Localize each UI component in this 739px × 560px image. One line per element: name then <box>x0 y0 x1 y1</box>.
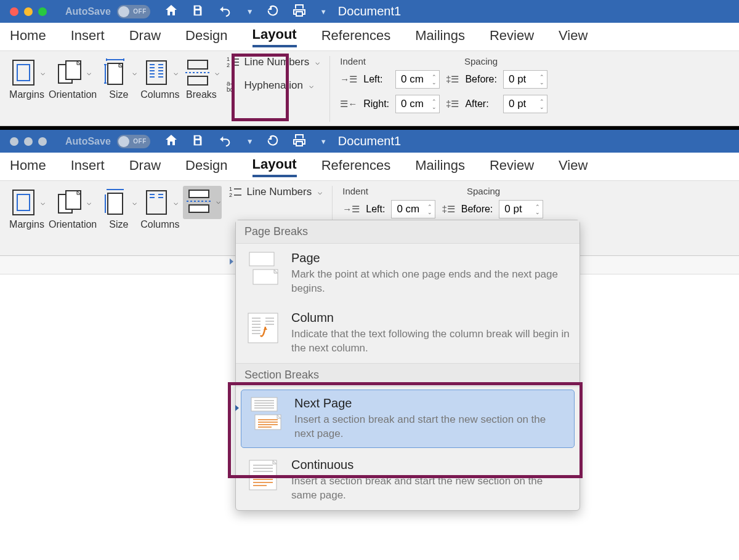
stepper-icon[interactable]: ⌃⌄ <box>535 204 540 215</box>
orientation-button[interactable]: ⌵ Orientation <box>49 186 97 230</box>
autosave-toggle[interactable]: OFF <box>117 5 150 18</box>
tab-insert[interactable]: Insert <box>71 28 105 46</box>
tab-design[interactable]: Design <box>185 28 227 46</box>
spacing-before-input[interactable]: 0 pt⌃⌄ <box>503 70 547 89</box>
line-numbers-button[interactable]: 12 Line Numbers ⌵ <box>227 56 320 68</box>
tab-view[interactable]: View <box>559 28 588 46</box>
tab-insert[interactable]: Insert <box>71 158 105 176</box>
columns-button[interactable]: ⌵ Columns <box>140 56 179 100</box>
undo-dropdown-icon[interactable]: ▼ <box>246 7 254 16</box>
page-break-icon <box>246 251 280 286</box>
orientation-label: Orientation <box>49 219 97 230</box>
print-icon[interactable] <box>292 3 307 20</box>
close-window-button[interactable] <box>10 7 18 16</box>
margins-label: Margins <box>9 219 44 230</box>
tab-references[interactable]: References <box>321 28 391 46</box>
quick-access-toolbar: ▼ ▼ <box>164 3 327 20</box>
orientation-icon <box>55 186 84 219</box>
home-icon[interactable] <box>164 133 179 150</box>
line-numbers-button[interactable]: 12 Line Numbers ⌵ <box>229 186 322 198</box>
indent-right-input[interactable]: 0 cm⌃⌄ <box>395 95 440 113</box>
indent-left-value: 0 cm <box>397 203 419 215</box>
minimize-window-button[interactable] <box>24 137 33 146</box>
svg-rect-44 <box>189 190 209 198</box>
stepper-icon[interactable]: ⌃⌄ <box>432 74 437 85</box>
menu-item-continuous[interactable]: Continuous Insert a section break and st… <box>236 450 579 510</box>
ribbon-tabs: Home Insert Draw Design Layout Reference… <box>0 23 739 51</box>
tab-home[interactable]: Home <box>10 28 46 46</box>
autosave-label: AutoSave <box>65 6 111 17</box>
indent-right-value: 0 cm <box>401 98 424 110</box>
traffic-lights <box>10 7 47 16</box>
spacing-after-input[interactable]: 0 pt⌃⌄ <box>503 95 547 113</box>
chevron-down-icon: ⌵ <box>315 58 320 66</box>
tab-review[interactable]: Review <box>490 28 534 46</box>
indent-left-input[interactable]: 0 cm⌃⌄ <box>391 200 435 218</box>
tab-layout[interactable]: Layout <box>252 26 297 47</box>
autosave-toggle[interactable]: OFF <box>117 135 150 148</box>
orientation-label: Orientation <box>49 89 97 100</box>
close-window-button[interactable] <box>10 137 18 146</box>
current-selection-marker-icon <box>230 258 233 265</box>
tab-layout[interactable]: Layout <box>252 156 297 177</box>
margins-button[interactable]: ⌵ Margins <box>9 56 45 100</box>
stepper-icon[interactable]: ⌃⌄ <box>432 99 437 110</box>
tab-draw[interactable]: Draw <box>129 28 161 46</box>
tab-view[interactable]: View <box>559 158 588 176</box>
spacing-before-value: 0 pt <box>504 203 522 215</box>
breaks-button[interactable]: ⌵ Breaks <box>183 56 219 100</box>
tab-design[interactable]: Design <box>185 158 227 176</box>
breaks-dropdown: Page Breaks Page Mark the point at which… <box>235 220 580 511</box>
menu-item-next-page[interactable]: Next Page Insert a section break and sta… <box>241 390 575 448</box>
save-icon[interactable] <box>191 4 204 20</box>
repeat-icon[interactable] <box>266 4 280 20</box>
customize-qat-icon[interactable]: ▼ <box>320 8 327 15</box>
maximize-window-button[interactable] <box>38 7 47 16</box>
tab-draw[interactable]: Draw <box>129 158 161 176</box>
margins-button[interactable]: ⌵ Margins <box>9 186 45 230</box>
menu-item-page[interactable]: Page Mark the point at which one page en… <box>236 244 579 303</box>
orientation-button[interactable]: ⌵ Orientation <box>49 56 97 100</box>
quick-access-toolbar: ▼ ▼ <box>164 133 327 150</box>
repeat-icon[interactable] <box>266 134 280 150</box>
stepper-icon[interactable]: ⌃⌄ <box>539 74 544 85</box>
home-icon[interactable] <box>164 3 179 20</box>
indent-left-input[interactable]: 0 cm⌃⌄ <box>395 70 440 89</box>
line-numbers-icon: 12 <box>227 56 239 68</box>
save-icon[interactable] <box>191 134 204 150</box>
maximize-window-button[interactable] <box>38 137 47 146</box>
svg-rect-37 <box>108 193 123 214</box>
undo-icon[interactable] <box>217 4 233 20</box>
size-button[interactable]: ⌵ Size <box>100 186 137 230</box>
spacing-before-input[interactable]: 0 pt⌃⌄ <box>499 200 543 218</box>
menu-item-column[interactable]: Column Indicate that the text following … <box>236 303 579 363</box>
size-icon <box>100 56 130 89</box>
hyphenation-icon: a-bc <box>227 79 239 92</box>
print-icon[interactable] <box>292 133 307 150</box>
columns-button[interactable]: ⌵ Columns <box>140 186 179 230</box>
spacing-before-icon: ‡☰ <box>446 74 459 85</box>
customize-qat-icon[interactable]: ▼ <box>320 138 327 145</box>
svg-rect-39 <box>147 191 166 214</box>
stepper-icon[interactable]: ⌃⌄ <box>427 204 432 215</box>
tab-home[interactable]: Home <box>10 158 46 176</box>
indent-heading: Indent <box>342 186 368 196</box>
minimize-window-button[interactable] <box>24 7 33 16</box>
undo-icon[interactable] <box>217 134 233 150</box>
columns-label: Columns <box>140 89 179 100</box>
tab-mailings[interactable]: Mailings <box>415 158 465 176</box>
tab-references[interactable]: References <box>321 158 391 176</box>
size-button[interactable]: ⌵ Size <box>100 56 137 100</box>
left-label: Left: <box>363 74 389 85</box>
autosave-control[interactable]: AutoSave OFF <box>65 135 150 148</box>
autosave-control[interactable]: AutoSave OFF <box>65 5 150 18</box>
breaks-button-pressed[interactable]: ⌵ <box>183 186 222 219</box>
tab-review[interactable]: Review <box>490 158 534 176</box>
undo-dropdown-icon[interactable]: ▼ <box>246 137 254 146</box>
chevron-down-icon: ⌵ <box>132 198 137 207</box>
hyphenation-button[interactable]: a-bc Hyphenation ⌵ <box>227 79 320 92</box>
group-separator <box>329 56 330 122</box>
tab-mailings[interactable]: Mailings <box>415 28 465 46</box>
titlebar: AutoSave OFF ▼ ▼ Document1 <box>0 0 739 23</box>
stepper-icon[interactable]: ⌃⌄ <box>539 99 544 110</box>
